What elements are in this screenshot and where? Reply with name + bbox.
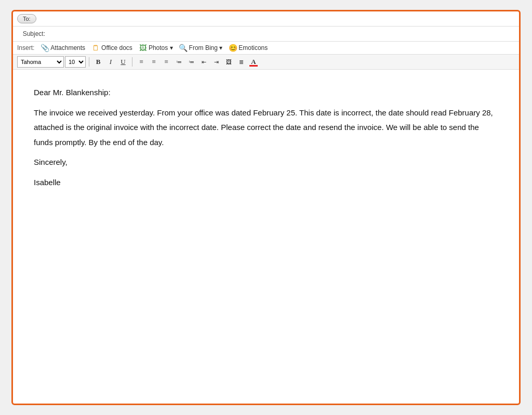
body-text: The invoice we received yesterday. From … (34, 106, 498, 150)
bold-button[interactable]: B (92, 56, 104, 68)
insert-emoticons[interactable]: 😊 Emoticons (229, 44, 268, 52)
to-row: To: (13, 11, 519, 27)
insert-label: Insert: (17, 44, 34, 51)
format-divider-1 (89, 57, 89, 67)
attachments-label: Attachments (50, 44, 85, 51)
insert-from-bing[interactable]: 🔍 From Bing ▾ (179, 44, 223, 52)
align-center-button[interactable]: ≡ (148, 56, 159, 68)
text-color-button[interactable]: A (248, 56, 259, 68)
insert-bar: Insert: 📎 Attachments 🗒 Office docs 🖼 Ph… (13, 42, 519, 55)
underline-button[interactable]: U (117, 56, 129, 68)
insert-attachments[interactable]: 📎 Attachments (41, 44, 85, 52)
emoticons-label: Emoticons (238, 44, 268, 51)
attachments-icon: 📎 (41, 44, 49, 52)
subject-label: Subject: (17, 30, 48, 37)
insert-photos[interactable]: 🖼 Photos ▾ (139, 44, 173, 52)
photos-label: Photos ▾ (149, 44, 173, 51)
office-docs-icon: 🗒 (91, 44, 100, 52)
format-divider-2 (132, 57, 132, 67)
greeting-text: Dear Mr. Blankenship: (34, 85, 498, 100)
from-bing-label: From Bing ▾ (189, 44, 223, 51)
font-size-select[interactable]: 8 9 10 11 12 14 (65, 56, 86, 68)
closing-label: Sincerely, (34, 155, 498, 170)
to-button[interactable]: To: (17, 14, 36, 23)
subject-row: Subject: (13, 27, 519, 42)
insert-office-docs[interactable]: 🗒 Office docs (91, 44, 132, 52)
bing-icon: 🔍 (179, 44, 188, 52)
photos-icon: 🖼 (139, 44, 147, 52)
format-toolbar: Tahoma Arial Times New Roman Calibri 8 9… (13, 55, 519, 70)
ordered-list-button[interactable]: ≔ (173, 56, 184, 68)
outdent-button[interactable]: ⇤ (198, 56, 209, 68)
office-docs-label: Office docs (101, 44, 132, 51)
format-extra-button[interactable]: ≣ (235, 56, 247, 68)
email-compose-window: To: Subject: Insert: 📎 Attachments 🗒 Off… (11, 10, 521, 405)
subject-input[interactable] (48, 29, 515, 39)
unordered-list-button[interactable]: ≔ (185, 56, 197, 68)
align-left-button[interactable]: ≡ (136, 56, 147, 68)
closing-text: Sincerely, Isabelle (34, 155, 498, 190)
indent-button[interactable]: ⇥ (210, 56, 222, 68)
email-body[interactable]: Dear Mr. Blankenship: The invoice we rec… (13, 70, 519, 404)
emoticons-icon: 😊 (229, 44, 237, 52)
signature-text: Isabelle (34, 175, 498, 190)
insert-image-button[interactable]: 🖼 (223, 56, 234, 68)
align-right-button[interactable]: ≡ (161, 56, 172, 68)
italic-button[interactable]: I (105, 56, 116, 68)
text-color-indicator (249, 65, 258, 67)
font-select[interactable]: Tahoma Arial Times New Roman Calibri (17, 56, 64, 68)
to-input[interactable] (39, 14, 515, 24)
